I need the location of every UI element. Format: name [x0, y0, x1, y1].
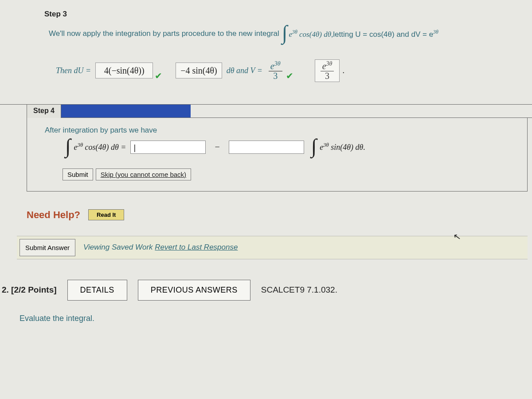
frac2-num-sup: 3θ [326, 60, 332, 67]
step3-intro: We'll now apply the integration by parts… [0, 22, 532, 42]
extra-frac: e3θ 3 [321, 61, 334, 81]
evaluate-label: Evaluate the integral. [0, 301, 532, 323]
step3-int-expr: e3θ cos(4θ) dθ, [289, 29, 333, 39]
viewing-label: Viewing Saved Work [83, 243, 155, 251]
lhs-e: e [74, 143, 78, 152]
saved-work-row: Submit Answer Viewing Saved Work Revert … [17, 236, 528, 259]
integral-icon: ∫ [65, 138, 71, 154]
rhs-sup: 3θ [323, 142, 329, 148]
du-answer-box[interactable]: 4(−sin(4θ)) [95, 63, 153, 78]
e-sup: 3θ [292, 29, 297, 35]
step4-tab: Step 4 [27, 105, 61, 118]
saved-text: Viewing Saved Work Revert to Last Respon… [83, 243, 238, 252]
integral-icon: ∫ [311, 138, 317, 154]
period: . [342, 66, 344, 75]
step3-equation-row: Then dU = 4(−sin(4θ)) ✔ −4 sin(4θ) dθ an… [0, 42, 532, 104]
rhs-expr: e3θ sin(4θ) dθ. [320, 142, 365, 152]
post-text: letting U = cos(4θ) and dV = e [333, 30, 433, 38]
lhs-expr: e3θ cos(4θ) dθ = [74, 142, 126, 152]
integral-icon: ∫ [282, 25, 288, 41]
frac2-den: 3 [323, 71, 331, 81]
frac1-den: 3 [271, 71, 279, 81]
v-fraction: e3θ 3 [269, 61, 282, 81]
read-it-button[interactable]: Read It [88, 209, 124, 220]
check-icon: ✔ [155, 70, 162, 82]
skip-step-button[interactable]: Skip (you cannot come back) [96, 168, 191, 180]
details-button[interactable]: DETAILS [67, 280, 127, 301]
answer-blank-1[interactable]: | [130, 141, 206, 154]
step4-equation-row: ∫ e3θ cos(4θ) dθ = | − ∫ e3θ sin(4θ) dθ. [45, 139, 518, 168]
question-bar: 2. [2/2 Points] DETAILS PREVIOUS ANSWERS… [0, 259, 532, 301]
int-rest: cos(4θ) dθ, [297, 30, 333, 38]
e-base: e [289, 30, 292, 38]
lhs-sup: 3θ [78, 142, 83, 148]
v-answer-box[interactable]: −4 sin(4θ) [176, 63, 222, 78]
dtheta-v-label: dθ and V = [227, 66, 262, 75]
answer-blank-2[interactable] [229, 141, 304, 154]
frac1-num-base: e [270, 61, 274, 71]
step3-intro-post: letting U = cos(4θ) and dV = e3θ [333, 29, 438, 39]
revert-link[interactable]: Revert to Last Response [155, 243, 238, 251]
minus-sign: − [215, 142, 219, 152]
step4-text: After integration by parts we have [45, 126, 518, 135]
submit-answer-button[interactable]: Submit Answer [20, 239, 75, 256]
need-help-row: Need Help? Read It [0, 192, 532, 221]
step3-intro-pre: We'll now apply the integration by parts… [49, 29, 279, 38]
then-du-label: Then dU = [56, 66, 91, 75]
step4-progress-bar [61, 105, 191, 118]
question-number: 2. [2/2 Points] [2, 285, 57, 295]
lhs-rest: cos(4θ) dθ = [83, 143, 126, 152]
rhs-rest: sin(4θ) dθ. [329, 143, 365, 152]
step3-label: Step 3 [0, 0, 532, 22]
frac1-num-sup: 3θ [274, 60, 281, 67]
question-source: SCALCET9 7.1.032. [261, 285, 337, 295]
extra-fraction-box[interactable]: e3θ 3 [315, 59, 340, 82]
frac2-num-base: e [322, 61, 326, 71]
previous-answers-button[interactable]: PREVIOUS ANSWERS [138, 280, 250, 301]
step4-section: Step 4 After integration by parts we hav… [0, 104, 532, 192]
post-sup: 3θ [433, 29, 438, 35]
submit-step-button[interactable]: Submit [63, 168, 93, 180]
need-help-label: Need Help? [27, 209, 80, 221]
check-icon: ✔ [286, 70, 293, 82]
